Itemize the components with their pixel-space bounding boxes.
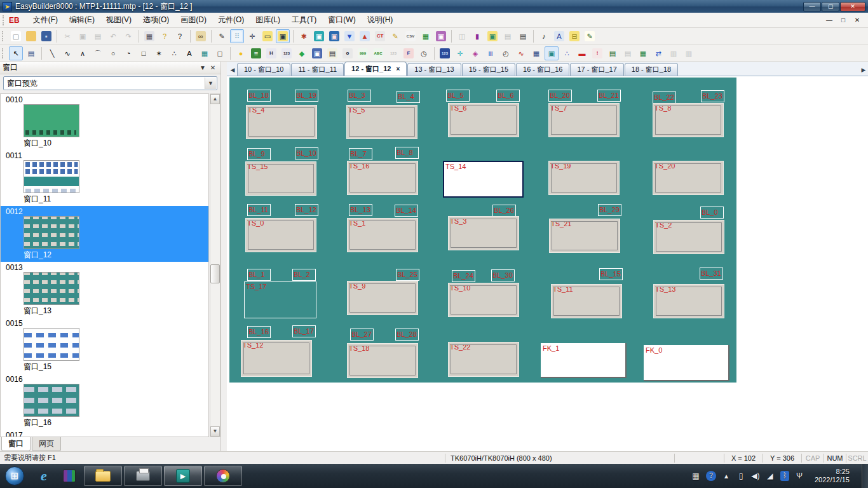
bit-lamp-widget[interactable]: BL_18 — [247, 90, 271, 102]
toggle-switch-widget[interactable]: TS_19 — [548, 161, 620, 195]
doc-tab-10[interactable]: 10 - 窗口_10 — [237, 63, 290, 76]
show-desktop-button[interactable] — [862, 464, 868, 488]
bit-lamp-widget[interactable]: BL_10 — [295, 147, 318, 159]
new-file-button[interactable]: ▢ — [9, 29, 23, 43]
data-transfer-button[interactable]: ⇄ — [651, 46, 665, 60]
start-button[interactable]: ⊞ — [5, 466, 24, 485]
maximize-button[interactable]: ▢ — [822, 2, 839, 11]
toggle-switch-widget[interactable]: TS_17 — [244, 281, 316, 318]
bluetooth-icon[interactable]: ᛒ — [780, 471, 789, 481]
window-list-item-0010[interactable]: 0010窗口_10 — [1, 94, 208, 150]
csv-export-button[interactable]: CSV — [403, 29, 417, 43]
window-preview-combobox[interactable]: 窗口预览 ▼ — [3, 76, 217, 90]
window-thumbnail[interactable] — [24, 104, 79, 137]
bit-lamp-widget[interactable]: BL_21 — [597, 90, 621, 102]
window-list-item-0013[interactable]: 0013窗口_13 — [1, 262, 208, 318]
toggle-switch-widget[interactable]: TS_21 — [549, 219, 620, 253]
label-library-button[interactable]: ⊟ — [567, 29, 581, 43]
taskbar-clock[interactable]: 8:25 2022/12/15 — [815, 468, 850, 484]
window-key-button[interactable]: ▤ — [325, 46, 339, 60]
bit-lamp-widget[interactable]: BL_28 — [395, 329, 419, 341]
taskbar-pinned-internet-explorer[interactable]: e — [33, 466, 55, 486]
window-thumbnail[interactable] — [24, 216, 79, 249]
toggle-switch-widget[interactable]: TS_15 — [245, 161, 316, 196]
window-list-item-0015[interactable]: 0015窗口_15 — [1, 318, 208, 374]
menu-item-5[interactable]: 画图(D) — [175, 13, 212, 26]
taskbar-button-easybuilder8000[interactable]: ▶ — [164, 466, 202, 486]
bit-lamp-widget[interactable]: BL_15 — [599, 268, 623, 280]
toggle-switch-widget[interactable]: TS_11 — [551, 284, 622, 318]
bit-lamp-widget[interactable]: BL_0 — [700, 207, 724, 219]
memo-button[interactable]: ✎ — [583, 29, 597, 43]
toggle-switch-widget[interactable]: TS_1 — [347, 218, 418, 252]
toggle-switch-widget[interactable]: TS_7 — [548, 103, 620, 137]
tab-scroll-left-icon[interactable]: ◀ — [228, 64, 237, 76]
timer-clock-button[interactable]: ◷ — [417, 46, 431, 60]
menu-item-7[interactable]: 图库(L) — [250, 13, 286, 26]
minimize-child-icon[interactable]: — — [825, 17, 834, 24]
window-list-item-0017[interactable]: 0017窗口_17 — [1, 430, 208, 437]
bit-lamp-widget[interactable]: BL_14 — [395, 205, 418, 217]
menu-item-6[interactable]: 元件(O) — [212, 13, 250, 26]
bit-lamp-widget[interactable]: BL_29 — [598, 204, 621, 216]
toggle-switch-widget[interactable]: TS_9 — [347, 281, 418, 315]
bit-lamp-widget[interactable]: BL_16 — [247, 326, 271, 338]
doc-tab-15[interactable]: 15 - 窗口_15 — [462, 63, 515, 76]
event-display-button[interactable]: ▤ — [606, 46, 620, 60]
help-icon[interactable]: ? — [706, 471, 716, 481]
history-data-display-button[interactable]: ▦ — [529, 46, 543, 60]
compile-button[interactable]: ✎ — [388, 29, 402, 43]
hidden-icons-chevron-icon[interactable]: ▴ — [722, 471, 731, 480]
window-thumbnail[interactable] — [24, 160, 79, 193]
menu-item-1[interactable]: 文件(F) — [27, 13, 64, 26]
animation-button[interactable]: ◈ — [468, 46, 482, 60]
taskbar-button-fax-printer[interactable] — [124, 466, 162, 486]
set-bit-button[interactable]: H — [264, 46, 278, 60]
layers-button[interactable]: ▣ — [276, 29, 290, 43]
function-key-widget[interactable]: FK_0 — [644, 345, 729, 381]
bit-lamp-widget[interactable]: BL_20 — [548, 90, 572, 102]
pen-button[interactable]: ✎ — [215, 29, 229, 43]
print-button[interactable]: ▦ — [142, 29, 156, 43]
panel-tab-窗口[interactable]: 窗口 — [1, 437, 31, 451]
bit-lamp-widget[interactable]: BL_23 — [701, 90, 724, 102]
bit-lamp-widget[interactable]: BL_9 — [247, 148, 271, 160]
word-lamp-button[interactable]: ≡ — [249, 46, 263, 60]
bit-lamp-widget[interactable]: BL_30 — [491, 269, 515, 281]
function-f-button[interactable]: F — [402, 46, 416, 60]
shape-button[interactable]: ◻ — [213, 46, 227, 60]
scroll-up-icon[interactable]: ▲ — [210, 94, 220, 104]
scroll-down-icon[interactable]: ▼ — [210, 426, 220, 437]
menu-item-9[interactable]: 窗口(W) — [322, 13, 361, 26]
menu-item-8[interactable]: 工具(T) — [286, 13, 322, 26]
pie-button[interactable]: ◔ — [121, 46, 135, 60]
context-help-button[interactable]: ? — [173, 29, 187, 43]
bit-lamp-widget[interactable]: BL_2 — [292, 269, 316, 281]
bit-lamp-widget[interactable]: BL_17 — [292, 325, 316, 337]
scale-button[interactable]: ∴ — [167, 46, 181, 60]
battery-icon[interactable]: ▯ — [736, 471, 745, 480]
save-file-button[interactable]: ▪ — [39, 29, 53, 43]
bit-lamp-widget[interactable]: BL_31 — [700, 268, 723, 280]
menu-item-4[interactable]: 选项(O) — [137, 13, 175, 26]
bar-graph-button[interactable]: ||| — [484, 46, 498, 60]
bit-lamp-widget[interactable]: BL_4 — [397, 91, 420, 103]
grid-button[interactable]: ⠿ — [230, 29, 244, 43]
system-parameter-button[interactable]: ✱ — [297, 29, 311, 43]
window-thumbnail[interactable] — [24, 272, 79, 305]
download-button[interactable]: ▼ — [342, 29, 356, 43]
toggle-switch-widget[interactable]: TS_18 — [347, 343, 418, 378]
find-button[interactable]: ∞ — [194, 29, 208, 43]
open-file-button[interactable] — [24, 29, 38, 43]
bit-lamp-widget[interactable]: BL_8 — [395, 147, 419, 159]
alarm-bar-button[interactable]: ▬ — [575, 46, 589, 60]
ellipse-button[interactable]: ○ — [106, 46, 120, 60]
toggle-switch-widget[interactable]: TS_0 — [245, 218, 316, 252]
bit-lamp-widget[interactable]: BL_5 — [446, 90, 470, 102]
polygon-button[interactable]: ✶ — [152, 46, 166, 60]
snap-align-button[interactable]: ✛ — [245, 29, 259, 43]
window-list-item-0011[interactable]: 0011窗口_11 — [1, 150, 208, 206]
bit-lamp-widget[interactable]: BL_12 — [295, 204, 318, 216]
toggle-switch-button[interactable]: ▣ — [310, 46, 324, 60]
menu-item-2[interactable]: 编辑(E) — [64, 13, 100, 26]
